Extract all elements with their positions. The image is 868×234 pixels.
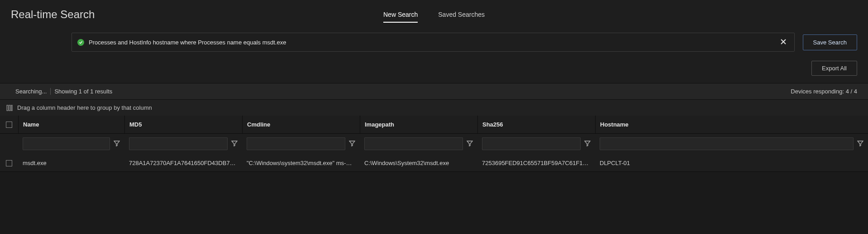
searching-status: Searching... xyxy=(15,88,47,95)
filter-input-hostname[interactable] xyxy=(600,137,854,150)
row-checkbox[interactable] xyxy=(6,160,12,166)
filter-icon[interactable] xyxy=(349,140,355,148)
valid-query-icon xyxy=(77,39,84,46)
search-query-text: Processes and HostInfo hostname where Pr… xyxy=(89,39,778,46)
page-title: Real-time Search xyxy=(11,8,95,21)
group-hint-text: Drag a column header here to group by th… xyxy=(17,104,152,111)
svg-rect-1 xyxy=(9,105,10,111)
column-header-hostname[interactable]: Hostname xyxy=(595,116,868,133)
cell-hostname: DLPCLT-01 xyxy=(600,160,863,166)
filter-input-name[interactable] xyxy=(23,137,110,150)
filter-icon[interactable] xyxy=(857,140,863,148)
cell-cmdline: "C:\Windows\system32\msdt.exe" ms-ms... xyxy=(247,160,355,166)
tab-saved-searches[interactable]: Saved Searches xyxy=(438,8,485,21)
table-header: Name MD5 Cmdline Imagepath Sha256 Hostna… xyxy=(0,116,868,134)
clear-search-icon[interactable] xyxy=(778,38,789,47)
export-all-button[interactable]: Export All xyxy=(811,61,857,76)
cell-imagepath: C:\Windows\System32\msdt.exe xyxy=(364,160,473,166)
table-row[interactable]: msdt.exe 728A1A72370AF1A7641650FD43DB7DB… xyxy=(0,155,868,172)
tabs: New Search Saved Searches xyxy=(383,8,485,21)
search-query-box[interactable]: Processes and HostInfo hostname where Pr… xyxy=(72,33,795,52)
column-header-name[interactable]: Name xyxy=(18,116,124,133)
filter-row xyxy=(0,134,868,155)
filter-icon[interactable] xyxy=(114,140,120,148)
column-header-sha256[interactable]: Sha256 xyxy=(477,116,595,133)
filter-input-cmdline[interactable] xyxy=(247,137,345,150)
column-header-cmdline[interactable]: Cmdline xyxy=(242,116,360,133)
filter-icon[interactable] xyxy=(467,140,473,148)
filter-input-imagepath[interactable] xyxy=(364,137,463,150)
svg-rect-2 xyxy=(11,105,12,111)
select-all-header xyxy=(0,116,18,133)
tab-new-search[interactable]: New Search xyxy=(383,8,418,21)
filter-input-sha256[interactable] xyxy=(482,137,581,150)
status-divider xyxy=(50,88,51,95)
devices-responding: Devices responding: 4 / 4 xyxy=(791,88,857,95)
column-header-md5[interactable]: MD5 xyxy=(124,116,242,133)
group-columns-icon xyxy=(6,105,13,111)
results-count: Showing 1 of 1 results xyxy=(54,88,112,95)
select-all-checkbox[interactable] xyxy=(6,122,12,128)
save-search-button[interactable]: Save Search xyxy=(803,34,857,50)
cell-sha256: 7253695FED91C65571BF59A7C61F1F1C7... xyxy=(482,160,591,166)
filter-icon[interactable] xyxy=(584,140,591,148)
column-header-imagepath[interactable]: Imagepath xyxy=(360,116,477,133)
filter-icon[interactable] xyxy=(231,140,238,148)
svg-rect-0 xyxy=(7,105,8,111)
filter-input-md5[interactable] xyxy=(129,137,228,150)
cell-md5: 728A1A72370AF1A7641650FD43DB7DBE xyxy=(129,160,238,166)
cell-name: msdt.exe xyxy=(23,160,120,166)
